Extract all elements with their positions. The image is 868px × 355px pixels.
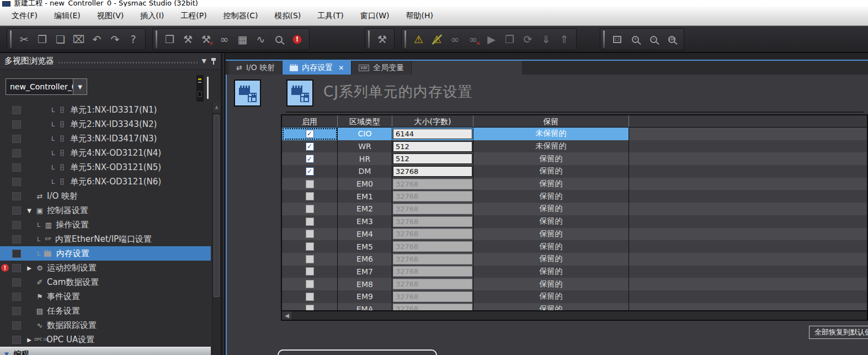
memory-area-row[interactable]: EM1保留的: [282, 190, 867, 203]
memory-area-row[interactable]: ✓HR保留的: [282, 152, 867, 165]
sidebar-item[interactable]: ▤任务设置: [0, 304, 211, 318]
synchronize-icon[interactable]: ⟳: [519, 29, 537, 49]
memory-area-row[interactable]: EM4保留的: [282, 228, 867, 241]
close-tab-icon[interactable]: ✕: [338, 64, 344, 72]
reset-to-default-button[interactable]: 全部恢复到默认值: [809, 326, 868, 339]
menu-item[interactable]: 工程(P): [172, 7, 215, 25]
menu-item[interactable]: 编辑(E): [46, 7, 89, 25]
copy-icon[interactable]: ❐: [33, 29, 51, 49]
watch-table-icon[interactable]: ▦: [233, 29, 252, 49]
expand-closed-icon[interactable]: ▶: [25, 265, 34, 271]
menu-item[interactable]: 视图(V): [89, 7, 132, 25]
paste-icon[interactable]: ❏: [51, 29, 70, 49]
sidebar-item[interactable]: ⚑事件设置: [0, 289, 211, 304]
upload-from-controller-icon[interactable]: ⇑: [555, 29, 573, 49]
download-to-controller-icon[interactable]: ⇓: [537, 29, 555, 49]
sidebar-scrollbar[interactable]: ∧: [212, 103, 221, 355]
cut-icon[interactable]: ✂: [15, 29, 33, 49]
menu-item[interactable]: 控制器(C): [215, 7, 267, 25]
programming-section-header[interactable]: ▼ 编程: [0, 347, 211, 355]
memory-area-row[interactable]: ✓WR未保留的: [282, 140, 867, 153]
memory-area-row[interactable]: EM9保留的: [282, 290, 867, 303]
sidebar-item[interactable]: L单元5:NX-OD3121(N5): [0, 160, 211, 174]
zoom-in-icon[interactable]: +: [626, 29, 645, 49]
chevron-down-icon[interactable]: ▼: [73, 79, 87, 94]
run-mode-icon[interactable]: ▶: [482, 29, 500, 49]
tab-global-variables[interactable]: var全局变量: [352, 61, 412, 75]
expand-closed-icon[interactable]: ▶: [25, 337, 34, 343]
sidebar-item[interactable]: ⇄I/O 映射: [0, 189, 211, 203]
menu-item[interactable]: 工具(T): [309, 7, 352, 25]
go-offline-icon[interactable]: ⚠: [428, 29, 446, 49]
scroll-left-icon[interactable]: ◀: [282, 311, 292, 320]
abort-icon[interactable]: !: [288, 29, 306, 49]
enable-checkbox[interactable]: [306, 205, 314, 213]
sidebar-item[interactable]: L▥操作设置: [0, 218, 211, 232]
enable-checkbox[interactable]: [306, 218, 314, 226]
menu-item[interactable]: 窗口(W): [352, 7, 398, 25]
sidebar-item[interactable]: ▶OPC UAOPC UA设置: [0, 332, 211, 347]
menu-item[interactable]: 插入(I): [132, 7, 172, 25]
search-icon[interactable]: [270, 29, 288, 49]
sidebar-item[interactable]: ∿数据跟踪设置: [0, 318, 211, 332]
watch-window-icon[interactable]: ∞: [215, 29, 233, 49]
memory-area-row[interactable]: EM3保留的: [282, 215, 867, 228]
tab-io-map[interactable]: ⇄I/O 映射: [229, 61, 283, 75]
menu-item[interactable]: 帮助(H): [398, 7, 441, 25]
enable-checkbox[interactable]: [306, 192, 314, 200]
tab-memory-settings[interactable]: 内存设置✕: [283, 61, 352, 75]
size-input[interactable]: [393, 141, 472, 152]
memory-area-row[interactable]: EM0保留的: [282, 178, 867, 190]
enable-checkbox[interactable]: [306, 267, 314, 275]
scrollbar-thumb[interactable]: [214, 115, 220, 297]
fit-window-icon[interactable]: [608, 29, 626, 49]
enable-checkbox[interactable]: [306, 180, 314, 188]
build-icon[interactable]: ⚒: [179, 29, 197, 49]
controller-selector[interactable]: new_Controller_0 ▼: [6, 78, 87, 95]
sidebar-item[interactable]: L单元1:NX-ID3317(N1): [0, 103, 211, 117]
panel-splitter[interactable]: [221, 53, 226, 355]
sidebar-item[interactable]: !▶⚙运动控制设置: [0, 261, 211, 275]
sidebar-item[interactable]: L单元6:NX-OD3121(N6): [0, 174, 211, 189]
io-monitor-icon[interactable]: ∿: [252, 29, 270, 49]
memory-area-row[interactable]: EM7保留的: [282, 266, 867, 278]
undo-icon[interactable]: ↶: [88, 29, 106, 49]
enable-checkbox[interactable]: ✓: [306, 155, 314, 163]
enable-checkbox[interactable]: [306, 255, 314, 263]
sidebar-item[interactable]: L单元4:NX-OD3121(N4): [0, 146, 211, 160]
zoom-out-icon[interactable]: −: [645, 29, 663, 49]
zoom-100-icon[interactable]: 100: [663, 29, 681, 49]
enable-checkbox[interactable]: ✓: [306, 167, 314, 176]
enable-checkbox[interactable]: ✓: [306, 130, 314, 138]
menu-item[interactable]: 模拟(S): [266, 7, 309, 25]
sidebar-item[interactable]: ▼▣控制器设置: [0, 203, 211, 218]
sidebar-item[interactable]: L单元3:NX-ID3417(N3): [0, 131, 211, 146]
memory-area-row[interactable]: EM2保留的: [282, 203, 867, 215]
memory-area-row[interactable]: ✓DM保留的: [282, 165, 867, 178]
memory-area-row[interactable]: ✓CIO未保留的: [282, 128, 867, 140]
sidebar-item[interactable]: L内存设置: [0, 246, 211, 261]
troubleshoot-icon[interactable]: ⚒: [373, 29, 391, 49]
size-input[interactable]: [393, 166, 472, 177]
expand-open-icon[interactable]: ▼: [25, 208, 34, 214]
enable-checkbox[interactable]: [306, 305, 314, 310]
enable-checkbox[interactable]: ✓: [306, 142, 314, 151]
stop-monitor-icon[interactable]: ∞✕: [464, 29, 482, 49]
export-project-icon[interactable]: ❒: [161, 29, 179, 49]
delete-icon[interactable]: ⌧: [70, 29, 88, 49]
rebuild-icon[interactable]: ⚒✕: [197, 29, 215, 49]
sidebar-item[interactable]: ✐Cam数据设置: [0, 275, 211, 289]
redo-icon[interactable]: ↷: [106, 29, 124, 49]
memory-area-row[interactable]: EMA保留的: [282, 303, 867, 310]
memory-settings-page-icon[interactable]: [234, 80, 261, 107]
size-input[interactable]: [393, 153, 472, 164]
help-icon[interactable]: ?: [124, 29, 142, 49]
size-input[interactable]: [393, 129, 472, 139]
menu-item[interactable]: 文件(F): [3, 7, 46, 25]
enable-checkbox[interactable]: [306, 293, 314, 301]
enable-checkbox[interactable]: [306, 230, 314, 238]
collapse-panel-icon[interactable]: ▼: [202, 57, 206, 65]
go-online-icon[interactable]: ⚠: [409, 29, 428, 49]
scroll-up-icon[interactable]: ∧: [212, 103, 221, 113]
sidebar-item[interactable]: L单元2:NX-ID3343(N2): [0, 117, 211, 131]
